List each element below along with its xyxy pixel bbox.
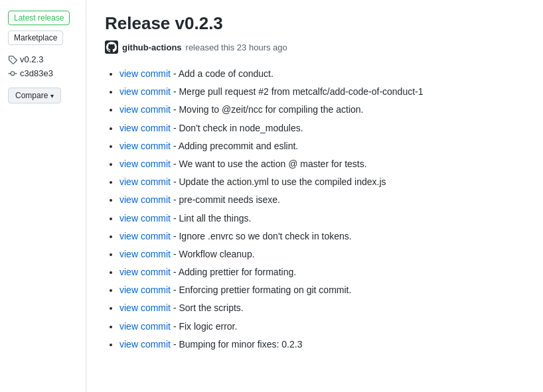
commit-link[interactable]: view commit [119, 141, 171, 151]
compare-label: Compare [15, 91, 48, 100]
tag-icon [8, 55, 17, 64]
list-item: view commit - Sort the scripts. [119, 300, 524, 316]
commit-message: - Update the action.yml to use the compi… [171, 176, 386, 187]
sidebar: Latest release Marketplace v0.2.3 c3d83e… [0, 0, 86, 392]
commit-message: - Ignore .envrc so we don't check in tok… [171, 231, 352, 241]
commit-message: - Add a code of conduct. [171, 68, 273, 79]
commit-link[interactable]: view commit [119, 267, 171, 277]
commit-link[interactable]: view commit [119, 123, 171, 133]
commit-message: - Moving to @zeit/ncc for compiling the … [171, 104, 363, 115]
list-item: view commit - We want to use the action … [119, 156, 524, 172]
commit-link[interactable]: view commit [119, 194, 171, 205]
list-item: view commit - Ignore .envrc so we don't … [119, 228, 524, 245]
list-item: view commit - Enforcing prettier formati… [119, 282, 524, 298]
list-item: view commit - Adding prettier for format… [119, 264, 524, 281]
commit-link[interactable]: view commit [119, 213, 171, 224]
commit-link[interactable]: view commit [119, 285, 171, 295]
page-layout: Latest release Marketplace v0.2.3 c3d83e… [0, 0, 543, 392]
marketplace-button[interactable]: Marketplace [8, 31, 63, 45]
commit-link[interactable]: view commit [119, 339, 171, 350]
release-meta: github-actions released this 23 hours ag… [105, 40, 524, 54]
main-content: Release v0.2.3 github-actions released t… [86, 0, 543, 392]
list-item: view commit - Moving to @zeit/ncc for co… [119, 101, 524, 118]
release-title: Release v0.2.3 [105, 13, 524, 34]
commit-message: - Don't check in node_modules. [171, 123, 303, 133]
avatar [105, 40, 118, 54]
list-item: view commit - Lint all the things. [119, 210, 524, 227]
commit-message: - Workflow cleanup. [171, 249, 255, 259]
commit-message: - Sort the scripts. [171, 302, 244, 313]
commit-link[interactable]: view commit [119, 231, 171, 241]
commit-message: - Adding prettier for formating. [171, 267, 296, 277]
commit-message: - Enforcing prettier formating on git co… [171, 285, 351, 295]
commit-message: - Bumping for minor fixes: 0.2.3 [171, 339, 302, 350]
commit-message: - pre-commit needs isexe. [171, 194, 280, 205]
list-item: view commit - Workflow cleanup. [119, 246, 524, 263]
commit-link[interactable]: view commit [119, 104, 171, 115]
released-text: released this 23 hours ago [186, 42, 287, 52]
commit-link[interactable]: view commit [119, 249, 171, 259]
list-item: view commit - Update the action.yml to u… [119, 174, 524, 190]
compare-button[interactable]: Compare ▾ [8, 88, 61, 103]
commit-link[interactable]: view commit [119, 68, 171, 79]
list-item: view commit - pre-commit needs isexe. [119, 192, 524, 208]
tag-label: v0.2.3 [20, 54, 43, 64]
commit-link[interactable]: view commit [119, 302, 171, 313]
commit-icon [8, 69, 17, 78]
commit-message: - Merge pull request #2 from metcalfc/ad… [171, 86, 424, 97]
commit-link[interactable]: view commit [119, 86, 171, 97]
caret-icon: ▾ [50, 92, 54, 99]
release-author: github-actions [122, 42, 182, 52]
list-item: view commit - Merge pull request #2 from… [119, 84, 524, 100]
sidebar-commit: c3d83e3 [8, 68, 53, 78]
commit-message: - Adding precommit and eslint. [171, 141, 298, 151]
commit-message: - We want to use the action @ master for… [171, 159, 367, 169]
commit-message: - Lint all the things. [171, 213, 251, 224]
list-item: view commit - Adding precommit and eslin… [119, 138, 524, 155]
latest-release-button[interactable]: Latest release [8, 11, 70, 25]
commit-hash-label: c3d83e3 [20, 68, 53, 78]
commit-link[interactable]: view commit [119, 176, 171, 187]
commit-list: view commit - Add a code of conduct.view… [105, 66, 524, 353]
list-item: view commit - Don't check in node_module… [119, 120, 524, 137]
list-item: view commit - Fix logic error. [119, 318, 524, 335]
commit-message: - Fix logic error. [171, 321, 237, 332]
commit-link[interactable]: view commit [119, 159, 171, 169]
commit-link[interactable]: view commit [119, 321, 171, 332]
list-item: view commit - Bumping for minor fixes: 0… [119, 336, 524, 353]
list-item: view commit - Add a code of conduct. [119, 66, 524, 82]
sidebar-tag: v0.2.3 [8, 54, 43, 64]
